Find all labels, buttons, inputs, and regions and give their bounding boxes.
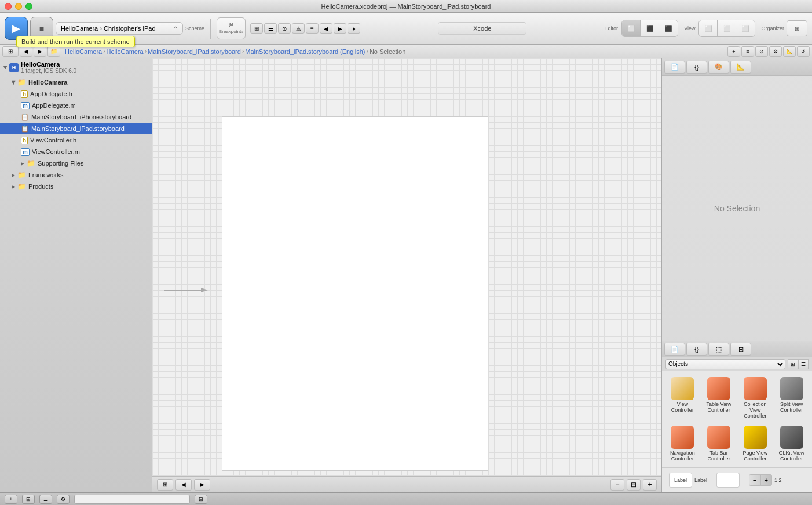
nav-icon-btn-1[interactable]: ⊞ xyxy=(250,23,263,34)
close-button[interactable] xyxy=(5,3,12,10)
status-expand-btn[interactable]: ⊟ xyxy=(195,495,207,504)
status-bar: + ⊞ ☰ ⚙ ⊟ xyxy=(0,492,812,505)
canvas-next-btn[interactable]: ▶ xyxy=(194,479,210,491)
project-icon: H xyxy=(9,63,19,72)
maximize-button[interactable] xyxy=(25,3,32,10)
view-utilities-btn[interactable]: ⬜ xyxy=(736,20,755,36)
lib-item-glkit[interactable]: GLKit View Controller xyxy=(774,423,809,464)
lib-item-label[interactable]: Label Label xyxy=(667,470,709,490)
nav-forward-button[interactable]: ▶ xyxy=(34,46,46,57)
tooltip: Build and then run the current scheme xyxy=(16,36,135,47)
nav-back-button[interactable]: ◀ xyxy=(20,46,32,57)
nav-icon-btn-3[interactable]: ⊙ xyxy=(278,23,291,34)
group-folder-icon: 📁 xyxy=(17,78,26,86)
lib-tab-classes[interactable]: {} xyxy=(686,343,707,356)
window-title: HelloCamera.xcodeproj — MainStoryboard_i… xyxy=(321,3,491,10)
view-group: ⬜ ⬜ ⬜ xyxy=(698,20,755,37)
canvas-area: ⊞ ◀ ▶ − ⊟ + xyxy=(152,58,661,492)
breakpoints-button[interactable]: ⌘ Breakpoints xyxy=(217,17,246,39)
h-file-icon: h xyxy=(21,90,28,98)
project-root[interactable]: ▶ H HelloCamera 1 target, iOS SDK 6.0 xyxy=(0,58,152,76)
inspector-tab-file[interactable]: 📄 xyxy=(664,61,685,74)
status-add-btn[interactable]: + xyxy=(5,495,17,504)
nav-icon-btn-5[interactable]: ≡ xyxy=(306,23,319,34)
lib-tab-media[interactable]: ⊞ xyxy=(730,343,751,356)
breadcrumb-3[interactable]: MainStoryboard_iPad.storyboard xyxy=(148,48,241,55)
lib-item-textfield[interactable] xyxy=(714,470,742,490)
editor-group: ⬜ ⬛ ⬛ xyxy=(621,20,678,37)
breadcrumb-2[interactable]: HelloCamera xyxy=(107,48,144,55)
status-list-btn[interactable]: ☰ xyxy=(39,495,52,504)
breadcrumb-4[interactable]: MainStoryboard_iPad.storyboard (English) xyxy=(245,48,365,55)
inspector-tabs: 📄 {} 🎨 📐 xyxy=(662,58,812,76)
sidebar-item-viewcontroller-m[interactable]: m ViewController.m xyxy=(0,146,152,158)
nav-icon-btn-4[interactable]: ⚠ xyxy=(292,23,305,34)
sidebar-item-supporting-files[interactable]: ▶ 📁 Supporting Files xyxy=(0,158,152,169)
canvas-grid[interactable] xyxy=(152,58,661,476)
sidebar-item-appdelegate-h[interactable]: h AppDelegate.h xyxy=(0,88,152,100)
lib-item-page-view-controller[interactable]: Page View Controller xyxy=(738,423,773,464)
nav-ruler-button[interactable]: 📐 xyxy=(783,46,796,57)
sidebar-item-storyboard-ipad[interactable]: 📋 MainStoryboard_iPad.storyboard xyxy=(0,123,152,134)
inspector-tab-quick[interactable]: {} xyxy=(686,61,707,74)
nav-icon-btn-2[interactable]: ☰ xyxy=(264,23,277,34)
lib-item-collection-view-controller[interactable]: Collection View Controller xyxy=(738,375,773,421)
view-debug-btn[interactable]: ⬜ xyxy=(718,20,736,36)
lib-icon-page-view xyxy=(744,426,767,449)
sidebar-item-frameworks[interactable]: ▶ 📁 Frameworks xyxy=(0,169,152,181)
nav-icon-btn-6[interactable]: ◀ xyxy=(320,23,332,34)
nav-info-button[interactable]: ⊘ xyxy=(755,46,768,57)
sidebar-item-storyboard-iphone[interactable]: 📋 MainStoryboard_iPhone.storyboard xyxy=(0,111,152,123)
traffic-lights xyxy=(5,3,32,10)
canvas-prev-btn[interactable]: ◀ xyxy=(175,479,192,491)
editor-assistant-btn[interactable]: ⬛ xyxy=(641,20,659,36)
lib-icon-textfield xyxy=(716,473,740,488)
zoom-reset-btn[interactable]: ⊟ xyxy=(627,479,641,491)
nav-icon-group: ⊞ ☰ ⊙ ⚠ ≡ ◀ ▶ ♦ xyxy=(250,23,360,34)
zoom-out-btn[interactable]: − xyxy=(610,479,624,491)
view-navigator-btn[interactable]: ⬜ xyxy=(699,20,718,36)
lib-item-view-controller[interactable]: View Controller xyxy=(665,375,700,421)
lib-grid-view-btn[interactable]: ⊞ xyxy=(788,359,798,369)
lib-tab-snippets[interactable]: ⬚ xyxy=(708,343,729,356)
storyboard-icon: 📋 xyxy=(21,114,29,121)
nav-icon-btn-8[interactable]: ♦ xyxy=(348,23,360,34)
nav-grid-button[interactable]: ⊞ xyxy=(2,46,19,57)
inspector-tab-attributes[interactable]: 📐 xyxy=(730,61,751,74)
lib-item-stepper[interactable]: − + 1 2 xyxy=(747,472,784,488)
nav-bar-right: + ≡ ⊘ ⚙ 📐 ↺ xyxy=(727,46,810,57)
library-filter-select[interactable]: Objects xyxy=(665,359,785,369)
no-selection-text: No Selection xyxy=(662,76,812,341)
status-filter-btn[interactable]: ⊞ xyxy=(22,495,35,504)
lib-item-split-view-controller[interactable]: Split View Controller xyxy=(774,375,809,421)
sidebar-item-viewcontroller-h[interactable]: h ViewController.h xyxy=(0,134,152,146)
editor-version-btn[interactable]: ⬛ xyxy=(659,20,678,36)
m-file-icon: m xyxy=(21,102,30,109)
inspector-tab-identity[interactable]: 🎨 xyxy=(708,61,729,74)
lib-list-view-btn[interactable]: ☰ xyxy=(798,359,809,369)
minimize-button[interactable] xyxy=(15,3,22,10)
canvas-fit-btn[interactable]: ⊞ xyxy=(157,479,173,491)
frameworks-triangle: ▶ xyxy=(12,173,15,178)
scheme-selector[interactable]: HelloCamera › Christopher's iPad ⌃ xyxy=(56,22,183,35)
organizer-btn[interactable]: ⊞ xyxy=(787,20,807,36)
status-gear-btn[interactable]: ⚙ xyxy=(57,495,70,504)
lib-view-buttons: ⊞ ☰ xyxy=(788,359,809,369)
breadcrumb-1[interactable]: HelloCamera xyxy=(65,48,102,55)
nav-refresh-button[interactable]: ↺ xyxy=(797,46,810,57)
nav-settings-button[interactable]: ⚙ xyxy=(769,46,782,57)
nav-icon-btn-7[interactable]: ▶ xyxy=(334,23,346,34)
xcode-title-area: Xcode xyxy=(363,22,602,35)
products-label: Products xyxy=(28,183,53,190)
zoom-in-btn[interactable]: + xyxy=(643,479,657,491)
sidebar-group-hellocamera[interactable]: ▶ 📁 HelloCamera xyxy=(0,76,152,88)
lib-item-nav-controller[interactable]: Navigation Controller xyxy=(665,423,700,464)
editor-standard-btn[interactable]: ⬜ xyxy=(622,20,641,36)
nav-filter-button[interactable]: ≡ xyxy=(741,46,754,57)
sidebar-item-appdelegate-m[interactable]: m AppDelegate.m xyxy=(0,100,152,111)
sidebar-item-products[interactable]: ▶ 📁 Products xyxy=(0,181,152,192)
lib-tab-files[interactable]: 📄 xyxy=(664,343,685,356)
nav-add-button[interactable]: + xyxy=(727,46,740,57)
lib-item-tab-bar-controller[interactable]: Tab Bar Controller xyxy=(702,423,736,464)
lib-item-table-view-controller[interactable]: Table View Controller xyxy=(702,375,736,421)
